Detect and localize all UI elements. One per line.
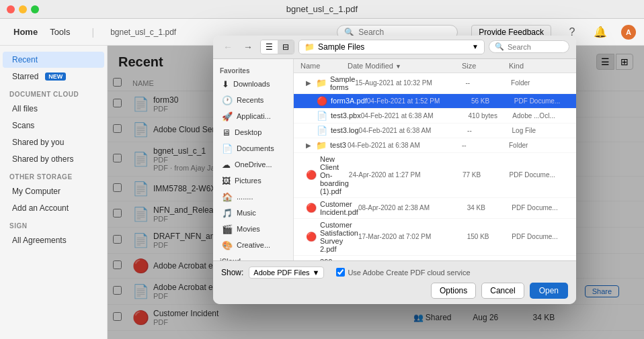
sort-arrow-icon: ▼ (395, 63, 401, 70)
dialog-file-date: 04-Feb-2021 at 1:52 PM (367, 97, 471, 105)
sign-section: SIGN (0, 217, 107, 232)
dialog-filename-label: test3.log (331, 126, 359, 134)
dialog-search-input[interactable] (508, 46, 568, 51)
show-label: Show: (221, 268, 243, 277)
dialog-view-toggle: ☰ ⊟ (260, 46, 294, 54)
minimize-button[interactable] (19, 5, 27, 13)
dialog-sidebar-desktop[interactable]: 🖥Desktop (215, 125, 291, 140)
cancel-button[interactable]: Cancel (481, 283, 524, 299)
dialog-sidebar-home[interactable]: 🏠........ (215, 189, 291, 205)
use-adobe-checkbox[interactable] (336, 268, 345, 277)
sidebar-item-my-computer[interactable]: My Computer (3, 183, 104, 199)
dialog-sidebar-music[interactable]: 🎵Music (215, 205, 291, 221)
dialog-location[interactable]: 📁 Sample Files ▼ (298, 46, 485, 54)
toolbar-separator: | (91, 27, 94, 38)
dialog-columns-view-btn[interactable]: ⊟ (278, 46, 294, 54)
sidebar-item-all-agreements[interactable]: All Agreements (3, 232, 104, 248)
format-select-chevron-icon: ▼ (313, 269, 320, 277)
dialog-file-row[interactable]: 🔴 Customer Incident.pdf 08-Apr-2020 at 2… (294, 198, 576, 219)
sidebar-item-recent-label: Recent (12, 55, 38, 64)
dialog-file-row[interactable]: ▶ 📁 test3 04-Feb-2021 at 6:38 AM -- Fold… (294, 138, 576, 153)
home-nav-button[interactable]: Home (8, 24, 43, 40)
dialog-file-row[interactable]: 🔴 Customer Satisfaction Survey 2.pdf 17-… (294, 219, 576, 256)
dialog-sidebar-downloads[interactable]: ⬇Downloads (215, 77, 291, 92)
dialog-file-kind: Log File (512, 127, 569, 134)
dialog-forward-button[interactable]: → (240, 46, 256, 54)
maximize-button[interactable] (31, 5, 39, 13)
dialog-file-row[interactable]: 🔴 360 Degree Feedback 2.pdf 17-Jan-2020 … (294, 256, 576, 260)
dialog-file-size: 150 KB (467, 233, 512, 240)
notifications-icon[interactable]: 🔔 (593, 25, 608, 40)
dialog-file-name: 🔴 Customer Satisfaction Survey 2.pdf (300, 221, 358, 253)
pictures-icon: 🖼 (222, 176, 231, 186)
dialog-col-date[interactable]: Date Modified ▼ (348, 62, 462, 70)
other-storage-section: OTHER STORAGE (0, 168, 107, 183)
dialog-file-kind: Folder (509, 142, 569, 149)
dialog-file-kind: Adobe ...Ocl... (512, 112, 569, 119)
dialog-file-size: -- (465, 79, 511, 87)
onedrive-icon: ☁ (222, 160, 231, 170)
dialog-list-view-btn[interactable]: ☰ (261, 46, 278, 54)
music-icon: 🎵 (222, 208, 233, 218)
dialog-file-row[interactable]: 📄 test3.log 04-Feb-2021 at 6:38 AM -- Lo… (294, 124, 576, 138)
dialog-sidebar-creative[interactable]: 🎨Creative... (215, 238, 291, 253)
dialog-file-icon: 🔴 (306, 232, 317, 242)
sidebar-item-add-account[interactable]: Add an Account (3, 200, 104, 216)
dialog-filename-label: test3 (330, 141, 346, 149)
dialog-sidebar-onedrive[interactable]: ☁OneDrive... (215, 157, 291, 173)
dialog-file-size: 77 KB (462, 171, 510, 179)
window-title: bgnet_usl_c_1.pdf (286, 4, 358, 14)
sidebar-item-shared-by-you[interactable]: Shared by you (3, 134, 104, 150)
dialog-file-size: -- (467, 127, 512, 134)
dialog-footer-buttons: Options Cancel Open (221, 283, 568, 299)
title-bar: bgnet_usl_c_1.pdf (0, 0, 644, 19)
dialog-file-icon: 📄 (317, 126, 327, 136)
dialog-file-date: 08-Apr-2020 at 2:38 AM (358, 204, 467, 211)
dialog-file-name: 🔴 form3A.pdf (300, 96, 367, 106)
open-button[interactable]: Open (530, 283, 568, 299)
dialog-file-row[interactable]: 🔴 New Client On-boarding (1).pdf 24-Apr-… (294, 153, 576, 198)
dialog-file-kind: PDF Docume... (512, 204, 569, 211)
sidebar-item-shared-by-others[interactable]: Shared by others (3, 151, 104, 167)
dialog-search-box[interactable]: 🔍 (489, 46, 569, 53)
dialog-back-button[interactable]: ← (220, 46, 236, 54)
dialog-sidebar-documents[interactable]: 📄Documents (215, 141, 291, 156)
options-button[interactable]: Options (431, 283, 476, 299)
dialog-file-size: 56 KB (471, 97, 514, 105)
breadcrumb: bgnet_usl_c_1.pdf (110, 28, 176, 37)
dialog-file-kind: PDF Docume... (512, 233, 569, 240)
dialog-file-row[interactable]: ▶ 📁 Sample forms 15-Aug-2021 at 10:32 PM… (294, 73, 576, 94)
icloud-section-label: iCloud (213, 254, 293, 260)
dialog-file-row[interactable]: 🔴 form3A.pdf 04-Feb-2021 at 1:52 PM 56 K… (294, 94, 576, 109)
sidebar-item-scans[interactable]: Scans (3, 117, 104, 134)
sidebar-item-starred[interactable]: Starred NEW (3, 68, 104, 85)
user-avatar[interactable]: A (621, 25, 636, 40)
use-adobe-label: Use Adobe Create PDF cloud service (348, 269, 470, 277)
dialog-file-date: 04-Feb-2021 at 6:38 AM (348, 142, 462, 149)
dialog-sidebar-applications[interactable]: 🚀Applicati... (215, 109, 291, 124)
dialog-location-label: Sample Files (318, 46, 364, 52)
dialog-file-kind: Folder (511, 79, 569, 87)
dialog-sidebar-movies[interactable]: 🎬Movies (215, 222, 291, 237)
dialog-col-size[interactable]: Size (462, 62, 509, 70)
dialog-file-size: -- (462, 142, 509, 149)
dialog-sidebar-recents[interactable]: 🕐Recents (215, 93, 291, 108)
favorites-section-label: Favorites (213, 63, 293, 76)
starred-badge: NEW (45, 72, 66, 81)
dialog-sidebar-pictures[interactable]: 🖼Pictures (215, 173, 291, 189)
dialog-col-kind[interactable]: Kind (509, 62, 569, 70)
dialog-col-name[interactable]: Name (300, 62, 348, 70)
sidebar-item-recent[interactable]: Recent (3, 52, 104, 68)
sidebar-item-starred-label: Starred (12, 72, 38, 81)
sidebar-item-allfiles[interactable]: All files (3, 101, 104, 117)
dialog-filename-label: Customer Incident.pdf (320, 200, 358, 216)
dialog-footer-format-row: Show: Adobe PDF Files ▼ Use Adobe Create… (221, 267, 568, 279)
doc-cloud-section: DOCUMENT CLOUD (0, 85, 107, 100)
close-button[interactable] (7, 5, 15, 13)
home-icon: 🏠 (222, 192, 233, 202)
dialog-file-row[interactable]: 📄 test3.pbx 04-Feb-2021 at 6:38 AM 410 b… (294, 109, 576, 124)
tools-nav-button[interactable]: Tools (44, 24, 75, 40)
dialog-file-icon: 🔴 (317, 96, 327, 106)
format-select[interactable]: Adobe PDF Files ▼ (249, 267, 324, 279)
dialog-file-name: 📄 test3.log (300, 126, 359, 136)
